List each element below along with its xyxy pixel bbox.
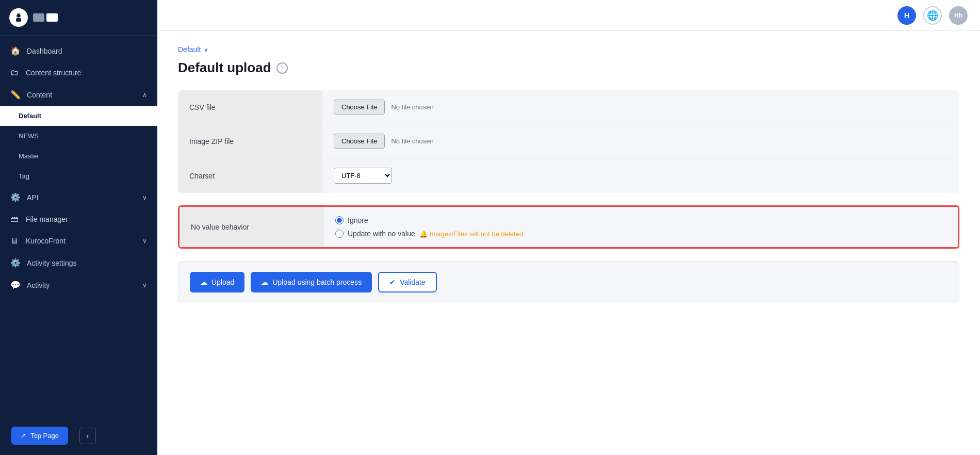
info-message: Images/Files will not be deleted. bbox=[430, 230, 525, 238]
sidebar-item-master-label: Master bbox=[19, 152, 39, 160]
kurocofront-icon: 🖥 bbox=[10, 236, 20, 246]
kurocofront-arrow-icon: ∨ bbox=[142, 237, 147, 245]
globe-icon[interactable]: 🌐 bbox=[923, 6, 942, 25]
radio-ignore-label[interactable]: Ignore bbox=[335, 216, 946, 224]
charset-row: Charset UTF-8 Shift_JIS EUC-JP bbox=[178, 158, 959, 193]
sidebar-item-kurocofront[interactable]: 🖥 KurocoFront ∨ bbox=[0, 230, 157, 252]
user-avatar-gray[interactable]: Hh bbox=[949, 6, 968, 25]
sidebar-item-dashboard-label: Dashboard bbox=[27, 47, 62, 55]
sidebar-item-default[interactable]: Default bbox=[0, 106, 157, 126]
logo-icon bbox=[9, 8, 28, 27]
csv-no-file-text: No file chosen bbox=[391, 103, 433, 111]
sidebar-item-dashboard[interactable]: 🏠 Dashboard bbox=[0, 40, 157, 62]
csv-file-value: Choose File No file chosen bbox=[322, 90, 959, 124]
validate-icon: ✔ bbox=[389, 278, 396, 286]
radio-update-input[interactable] bbox=[335, 230, 344, 238]
image-zip-input-row: Choose File No file chosen bbox=[334, 134, 948, 149]
api-icon: ⚙️ bbox=[10, 192, 21, 202]
sidebar-item-activity-settings-label: Activity settings bbox=[27, 259, 76, 267]
activity-arrow-icon: ∨ bbox=[142, 282, 147, 289]
image-zip-row: Image ZIP file Choose File No file chose… bbox=[178, 124, 959, 158]
content-icon: ✏️ bbox=[10, 90, 21, 100]
radio-update-text: Update with no value bbox=[348, 230, 415, 238]
upload-button[interactable]: ☁ Upload bbox=[190, 272, 244, 293]
sidebar-item-master[interactable]: Master bbox=[0, 146, 157, 166]
charset-value: UTF-8 Shift_JIS EUC-JP bbox=[322, 158, 959, 193]
charset-select[interactable]: UTF-8 Shift_JIS EUC-JP bbox=[334, 168, 392, 184]
top-page-button[interactable]: ↗ Top Page bbox=[11, 427, 68, 445]
upload-batch-button[interactable]: ☁ Upload using batch process bbox=[251, 272, 372, 293]
image-zip-label: Image ZIP file bbox=[178, 124, 322, 158]
sidebar-item-tag-label: Tag bbox=[19, 172, 29, 180]
sidebar-item-news-label: NEWS bbox=[19, 132, 39, 140]
page-title: Default upload bbox=[178, 60, 271, 76]
no-value-behavior-label: No value behavior bbox=[179, 207, 324, 247]
sidebar-item-activity-settings[interactable]: ⚙️ Activity settings bbox=[0, 252, 157, 274]
sidebar-item-news[interactable]: NEWS bbox=[0, 126, 157, 146]
chevron-down-icon: ∨ bbox=[142, 194, 147, 201]
content-structure-icon: 🗂 bbox=[10, 68, 20, 77]
radio-ignore-input[interactable] bbox=[335, 216, 344, 224]
top-page-label: Top Page bbox=[30, 432, 59, 440]
image-no-file-text: No file chosen bbox=[391, 137, 433, 145]
sidebar: 🏠 Dashboard 🗂 Content structure ✏️ Conte… bbox=[0, 0, 157, 455]
svg-point-3 bbox=[20, 14, 22, 15]
upload-form-table: CSV file Choose File No file chosen Imag… bbox=[178, 90, 959, 193]
action-buttons-area: ☁ Upload ☁ Upload using batch process ✔ … bbox=[178, 261, 959, 303]
charset-label: Charset bbox=[178, 158, 322, 193]
activity-icon: 💬 bbox=[10, 280, 21, 290]
sidebar-item-activity-label: Activity bbox=[27, 281, 50, 289]
file-manager-icon: 🗃 bbox=[10, 215, 20, 224]
sidebar-item-default-label: Default bbox=[19, 112, 41, 120]
sidebar-item-file-manager-label: File manager bbox=[26, 215, 68, 223]
sidebar-item-content-structure[interactable]: 🗂 Content structure bbox=[0, 62, 157, 84]
collapse-sidebar-button[interactable]: ‹ bbox=[79, 428, 96, 444]
logo-box-gray bbox=[33, 13, 44, 22]
validate-button[interactable]: ✔ Validate bbox=[378, 272, 437, 293]
sidebar-nav: 🏠 Dashboard 🗂 Content structure ✏️ Conte… bbox=[0, 36, 157, 416]
chevron-up-icon: ∧ bbox=[142, 91, 147, 99]
csv-file-label: CSV file bbox=[178, 90, 322, 124]
validate-label: Validate bbox=[400, 278, 426, 286]
sidebar-item-file-manager[interactable]: 🗃 File manager bbox=[0, 208, 157, 230]
page-content: Default ∨ Default upload ? CSV file Choo… bbox=[157, 31, 980, 455]
activity-settings-icon: ⚙️ bbox=[10, 258, 21, 268]
breadcrumb[interactable]: Default ∨ bbox=[178, 45, 959, 54]
home-icon: 🏠 bbox=[10, 46, 21, 56]
logo-area bbox=[0, 0, 157, 36]
user-avatar-blue[interactable]: H bbox=[897, 6, 916, 25]
no-value-behavior-row: No value behavior Ignore Update with no … bbox=[179, 207, 958, 247]
upload-label: Upload bbox=[211, 278, 234, 286]
info-icon: 🔔 bbox=[419, 230, 428, 238]
no-value-radio-group: Ignore Update with no value 🔔 Images/Fil… bbox=[335, 216, 946, 238]
radio-ignore-text: Ignore bbox=[348, 216, 368, 224]
upload-batch-label: Upload using batch process bbox=[272, 278, 362, 286]
sidebar-item-kurocofront-label: KurocoFront bbox=[26, 237, 66, 245]
sidebar-item-content-structure-label: Content structure bbox=[26, 69, 81, 77]
sidebar-item-content-label: Content bbox=[27, 91, 52, 99]
sidebar-item-content[interactable]: ✏️ Content ∧ bbox=[0, 84, 157, 106]
breadcrumb-arrow-icon: ∨ bbox=[204, 46, 208, 53]
sidebar-bottom: ↗ Top Page ‹ bbox=[0, 416, 157, 455]
sidebar-item-api-label: API bbox=[27, 193, 39, 202]
csv-file-row: CSV file Choose File No file chosen bbox=[178, 90, 959, 124]
topbar: H 🌐 Hh bbox=[157, 0, 980, 31]
breadcrumb-label: Default bbox=[178, 45, 201, 54]
svg-rect-1 bbox=[16, 18, 21, 22]
main-area: H 🌐 Hh Default ∨ Default upload ? CSV fi… bbox=[157, 0, 980, 455]
no-value-behavior-value: Ignore Update with no value 🔔 Images/Fil… bbox=[324, 207, 958, 247]
image-choose-file-button[interactable]: Choose File bbox=[334, 134, 385, 149]
csv-choose-file-button[interactable]: Choose File bbox=[334, 100, 385, 115]
no-delete-info: 🔔 Images/Files will not be deleted. bbox=[419, 230, 525, 238]
svg-point-2 bbox=[16, 14, 18, 15]
image-zip-value: Choose File No file chosen bbox=[322, 124, 959, 158]
logo-box bbox=[33, 13, 58, 22]
no-value-behavior-wrapper: No value behavior Ignore Update with no … bbox=[178, 205, 959, 249]
sidebar-item-api[interactable]: ⚙️ API ∨ bbox=[0, 186, 157, 208]
no-value-behavior-table: No value behavior Ignore Update with no … bbox=[179, 207, 958, 247]
sidebar-item-tag[interactable]: Tag bbox=[0, 166, 157, 186]
help-icon[interactable]: ? bbox=[276, 62, 288, 74]
radio-update-label[interactable]: Update with no value 🔔 Images/Files will… bbox=[335, 230, 946, 238]
sidebar-item-activity[interactable]: 💬 Activity ∨ bbox=[0, 274, 157, 296]
upload-icon: ☁ bbox=[200, 278, 207, 286]
